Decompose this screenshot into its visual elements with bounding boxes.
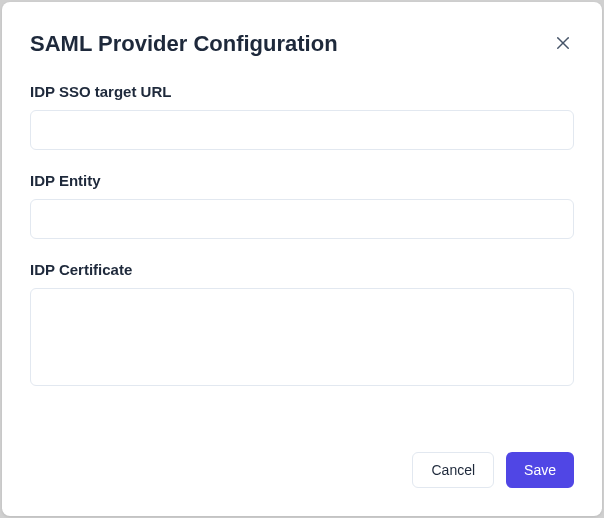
cancel-button[interactable]: Cancel <box>412 452 494 488</box>
modal-header: SAML Provider Configuration <box>30 30 574 59</box>
modal-title: SAML Provider Configuration <box>30 30 338 59</box>
sso-url-group: IDP SSO target URL <box>30 83 574 150</box>
save-button[interactable]: Save <box>506 452 574 488</box>
saml-config-modal: SAML Provider Configuration IDP SSO targ… <box>2 2 602 516</box>
certificate-input[interactable] <box>30 288 574 386</box>
modal-footer: Cancel Save <box>30 452 574 488</box>
sso-url-input[interactable] <box>30 110 574 150</box>
close-icon <box>554 34 572 52</box>
sso-url-label: IDP SSO target URL <box>30 83 574 100</box>
entity-label: IDP Entity <box>30 172 574 189</box>
certificate-group: IDP Certificate <box>30 261 574 390</box>
certificate-label: IDP Certificate <box>30 261 574 278</box>
close-button[interactable] <box>552 32 574 54</box>
entity-input[interactable] <box>30 199 574 239</box>
entity-group: IDP Entity <box>30 172 574 239</box>
